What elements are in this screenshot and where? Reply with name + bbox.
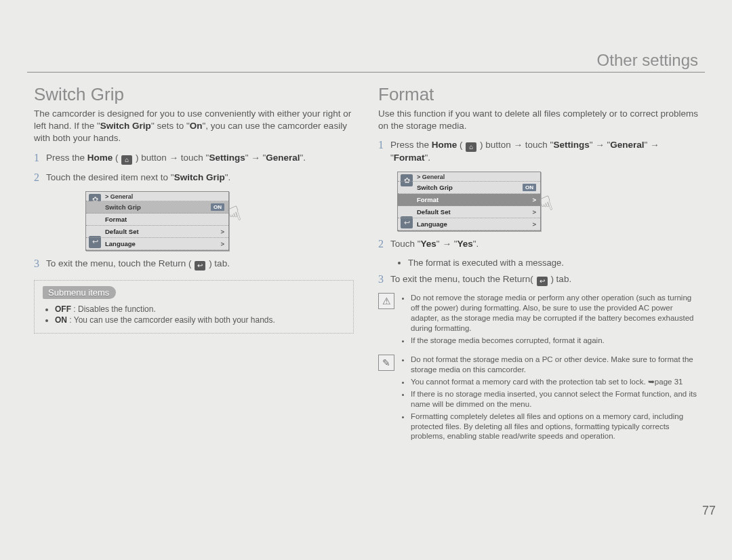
text: Press the xyxy=(390,140,432,150)
section-title-format: Format xyxy=(378,84,698,105)
menu-row-format: Format xyxy=(86,214,228,226)
menu-row-language: Language> xyxy=(398,218,540,231)
home-icon: ⌂ xyxy=(466,142,476,152)
text: Language xyxy=(417,220,447,228)
note-icon: ✎ xyxy=(378,355,394,371)
right-column: Format Use this function if you want to … xyxy=(378,84,698,443)
step-number: 2 xyxy=(34,172,46,184)
text: To exit the menu, touch the Return( xyxy=(390,274,536,284)
return-icon: ↩ xyxy=(537,277,548,286)
on-badge: ON xyxy=(211,203,224,211)
return-icon: ↩ xyxy=(195,261,205,271)
text: ". xyxy=(300,153,306,163)
text: General xyxy=(610,140,644,150)
note-item: You cannot format a memory card with the… xyxy=(411,377,698,387)
text: Switch Grip xyxy=(174,172,225,182)
text: Language xyxy=(105,240,136,247)
text: Switch Grip xyxy=(100,121,151,131)
text: To exit the menu, touch the Return ( xyxy=(46,258,194,268)
format-intro: Use this function if you want to delete … xyxy=(378,108,698,132)
menu-row-default-set: Default Set> xyxy=(86,226,228,238)
section-title-switch-grip: Switch Grip xyxy=(34,84,354,105)
text: : Disables the function. xyxy=(71,304,156,314)
text: Touch the desired item next to " xyxy=(46,172,174,182)
step-2: 2 Touch the desired item next to "Switch… xyxy=(34,172,354,184)
submenu-item-on: ON : You can use the camcorder easily wi… xyxy=(55,315,345,325)
chevron-right-icon: > xyxy=(532,220,536,228)
chevron-right-icon: > xyxy=(220,228,224,235)
text: Settings xyxy=(209,153,245,163)
step-3: 3 To exit the menu, touch the Return ( ↩… xyxy=(34,258,354,271)
home-icon: ⌂ xyxy=(121,155,132,165)
switch-grip-intro: The camcorder is designed for you to use… xyxy=(34,108,354,145)
text: " → " xyxy=(436,239,458,249)
text: Yes xyxy=(457,239,472,249)
step-1: 1 Press the Home ( ⌂ ) button → touch "S… xyxy=(378,139,698,165)
text: Format xyxy=(417,196,439,203)
text: Home xyxy=(87,153,113,163)
menu-screenshot-right: ✿ ↩ > General Switch Grip ON Format> Def… xyxy=(397,172,541,231)
text: " → " xyxy=(245,153,266,163)
step-2-bullet: The format is executed with a message. xyxy=(408,258,698,268)
text: ". xyxy=(225,172,231,182)
text: Switch Grip xyxy=(417,184,453,191)
text: ) button → touch " xyxy=(477,140,553,150)
text: General xyxy=(266,153,300,163)
menu-row-switch-grip: Switch Grip ON xyxy=(86,201,228,214)
text: Default Set xyxy=(417,208,451,216)
menu-row-format: Format> xyxy=(398,194,540,206)
text: " sets to " xyxy=(151,121,190,131)
step-number: 1 xyxy=(378,139,390,151)
text: Switch Grip xyxy=(105,203,141,211)
submenu-item-off: OFF : Disables the function. xyxy=(55,304,345,314)
submenu-items-box: Submenu items OFF : Disables the functio… xyxy=(34,280,354,334)
menu-row-switch-grip: Switch Grip ON xyxy=(398,182,540,194)
page-number: 77 xyxy=(702,504,716,518)
warning-item: Do not remove the storage media or perfo… xyxy=(411,293,698,334)
header-rule xyxy=(27,72,705,73)
note-item: Formatting completely deletes all files … xyxy=(411,412,698,442)
chevron-right-icon: > xyxy=(220,240,224,247)
text: ON xyxy=(55,315,67,325)
text: Touch " xyxy=(390,239,421,249)
warning-box: ⚠ Do not remove the storage media or per… xyxy=(378,293,698,348)
step-number: 1 xyxy=(34,152,46,164)
step-1: 1 Press the Home ( ⌂ ) button → touch "S… xyxy=(34,152,354,165)
text: On xyxy=(190,121,203,131)
page-header: Other settings xyxy=(597,51,698,70)
text: " → " xyxy=(590,140,611,150)
note-item: Do not format the storage media on a PC … xyxy=(411,355,698,375)
chevron-right-icon: > xyxy=(532,208,536,216)
text: ( xyxy=(113,153,121,163)
menu-row-default-set: Default Set> xyxy=(398,206,540,218)
step-number: 3 xyxy=(34,258,46,270)
text: Format xyxy=(394,153,425,163)
text: Format xyxy=(105,216,127,223)
step-3: 3 To exit the menu, touch the Return( ↩ … xyxy=(378,273,698,286)
text: Default Set xyxy=(105,228,139,235)
text: Settings xyxy=(553,140,589,150)
on-badge: ON xyxy=(523,184,536,191)
warning-item: If the storage media becomes corrupted, … xyxy=(411,336,698,346)
text: ". xyxy=(425,153,431,163)
text: Home xyxy=(432,140,458,150)
chevron-right-icon: > xyxy=(532,196,536,203)
text: ) tab. xyxy=(206,258,230,268)
text: ) tab. xyxy=(548,274,572,284)
text: ) button → touch " xyxy=(133,153,209,163)
submenu-title: Submenu items xyxy=(43,286,116,299)
text: : You can use the camcorder easily with … xyxy=(67,315,275,325)
step-2: 2 Touch "Yes" → "Yes". xyxy=(378,238,698,251)
note-item: If there is no storage media inserted, y… xyxy=(411,389,698,409)
text: OFF xyxy=(55,304,71,314)
step-number: 3 xyxy=(378,273,390,285)
menu-screenshot-left: ✿ ↩ > General Switch Grip ON Format Defa… xyxy=(85,191,229,251)
text: ". xyxy=(473,239,479,249)
step-number: 2 xyxy=(378,238,390,250)
menu-row-language: Language> xyxy=(86,238,228,250)
left-column: Switch Grip The camcorder is designed fo… xyxy=(34,84,354,443)
text: Yes xyxy=(421,239,436,249)
breadcrumb: > General xyxy=(86,192,228,201)
breadcrumb: > General xyxy=(398,172,540,182)
text: ( xyxy=(457,140,465,150)
